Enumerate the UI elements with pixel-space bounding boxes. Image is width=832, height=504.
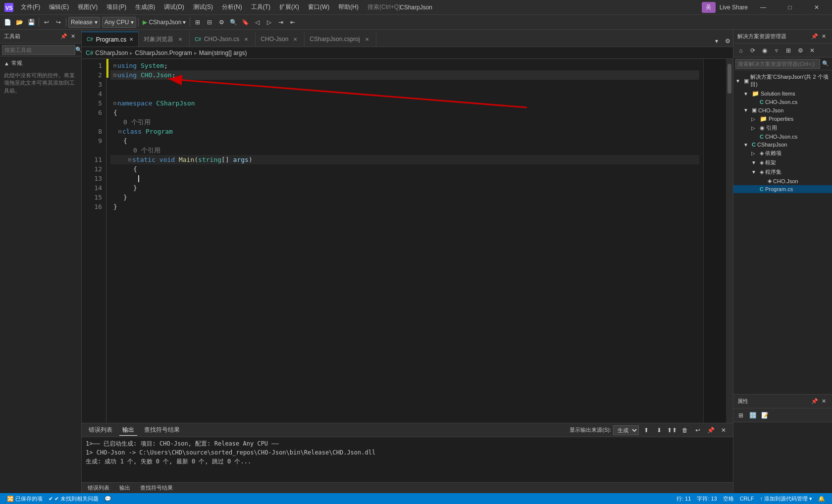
sol-btn-home[interactable]: ⌂ — [735, 45, 746, 56]
toolbox-section-header[interactable]: ▲ 常规 — [0, 58, 81, 68]
tab-close-cho-cs[interactable]: ✕ — [242, 35, 250, 43]
status-col[interactable]: 字符: 13 — [694, 495, 720, 503]
toolbox-search-icon[interactable]: 🔍 — [75, 46, 82, 54]
tab-csproj[interactable]: CSharpJson.csproj ✕ — [305, 32, 376, 47]
redo-btn[interactable]: ↪ — [53, 17, 64, 28]
tree-properties[interactable]: ▷ 📁 Properties — [733, 114, 832, 123]
search-menu[interactable]: 搜索(Ctrl+Q) — [364, 2, 405, 12]
open-btn[interactable]: 📂 — [14, 17, 25, 28]
error-tab-output[interactable]: 输出 — [117, 483, 132, 493]
sol-btn-view[interactable]: ◉ — [759, 45, 770, 56]
tree-cho-json-asm[interactable]: ▷ ◈ CHO.Json — [733, 177, 832, 185]
solution-pin-btn[interactable]: 📌 — [810, 32, 819, 41]
close-btn[interactable]: ✕ — [805, 0, 828, 15]
tab-close-csproj[interactable]: ✕ — [363, 35, 371, 43]
tab-close-cho-json[interactable]: ✕ — [291, 35, 299, 43]
toolbar-icon-outdent[interactable]: ⇤ — [287, 17, 298, 28]
output-close-btn[interactable]: ✕ — [718, 425, 729, 436]
new-project-btn[interactable]: 📄 — [2, 17, 13, 28]
tab-dropdown-btn[interactable]: ▾ — [711, 36, 722, 47]
maximize-btn[interactable]: □ — [779, 0, 801, 15]
menu-help[interactable]: 帮助(H) — [334, 2, 363, 12]
run-button[interactable]: ▶ CSharpJson ▾ — [141, 17, 188, 28]
sol-btn-collapseall[interactable]: ⊞ — [783, 45, 794, 56]
tree-program-cs[interactable]: ▷ C Program.cs — [733, 185, 832, 193]
output-tab-find[interactable]: 查找符号结果 — [141, 425, 183, 435]
save-all-btn[interactable]: 💾 — [26, 17, 37, 28]
toolbox-close-btn[interactable]: ✕ — [68, 32, 77, 41]
tree-cho-json-proj[interactable]: ▼ ▣ CHO-Json — [733, 106, 832, 114]
status-line[interactable]: 行: 11 — [674, 495, 694, 503]
toolbar-icon-6[interactable]: ◁ — [252, 17, 262, 28]
collapse-1[interactable]: ⊟ — [113, 61, 116, 70]
props-category-btn[interactable]: ⊞ — [735, 410, 746, 421]
tab-close-obj[interactable]: ✕ — [176, 35, 184, 43]
breadcrumb-file[interactable]: CSharpJson — [95, 50, 128, 56]
tree-solution[interactable]: ▼ ▣ 解决方案'CSharpJson'(共 2 个项目) — [733, 72, 832, 89]
build-config-dropdown[interactable]: Release ▾ — [68, 17, 100, 28]
menu-view[interactable]: 视图(V) — [74, 2, 102, 12]
menu-build[interactable]: 生成(B) — [131, 2, 159, 12]
menu-extensions[interactable]: 扩展(X) — [275, 2, 303, 12]
collapse-5[interactable]: ⊟ — [113, 99, 116, 108]
props-alpha-btn[interactable]: 🔠 — [747, 410, 758, 421]
props-close-btn[interactable]: ✕ — [819, 397, 828, 406]
live-share-btn[interactable]: Live Share — [720, 4, 748, 11]
menu-file[interactable]: 文件(F) — [17, 2, 44, 12]
toolbox-search-input[interactable] — [2, 45, 75, 55]
sol-btn-add[interactable]: ✕ — [807, 45, 818, 56]
collapse-11[interactable]: ⊟ — [128, 155, 131, 164]
platform-dropdown[interactable]: Any CPU ▾ — [102, 17, 136, 28]
minimize-btn[interactable]: — — [752, 0, 775, 15]
tree-framework[interactable]: ▼ ◈ 框架 — [733, 158, 832, 167]
output-source-select[interactable]: 生成 — [613, 425, 639, 435]
status-encoding[interactable]: CRLF — [737, 495, 757, 503]
menu-edit[interactable]: 编辑(E) — [45, 2, 73, 12]
sol-btn-sync[interactable]: ⟳ — [747, 45, 758, 56]
toolbar-icon-3[interactable]: ⚙ — [216, 17, 227, 28]
tree-dependencies[interactable]: ▷ ◈ 依赖项 — [733, 149, 832, 158]
menu-window[interactable]: 窗口(W) — [304, 2, 333, 12]
output-tab-errors[interactable]: 错误列表 — [86, 425, 115, 435]
tab-settings-btn[interactable]: ⚙ — [722, 36, 733, 47]
solution-search-icon[interactable]: 🔍 — [821, 59, 830, 68]
tab-object-browser[interactable]: 对象浏览器 ✕ — [139, 32, 190, 47]
tree-solution-items[interactable]: ▼ 📁 Solution Items — [733, 89, 832, 98]
undo-btn[interactable]: ↩ — [41, 17, 52, 28]
toolbar-icon-1[interactable]: ⊞ — [192, 17, 203, 28]
error-tab-find[interactable]: 查找符号结果 — [138, 483, 175, 493]
toolbox-pin-btn[interactable]: 📌 — [59, 32, 68, 41]
error-tab-errors[interactable]: 错误列表 — [86, 483, 111, 493]
status-spaces[interactable]: 空格 — [720, 495, 737, 503]
status-git[interactable]: 🔀 已保存的项 — [4, 495, 46, 503]
menu-tools[interactable]: 工具(T) — [247, 2, 274, 12]
status-problems[interactable]: ✔ ✔ 未找到相关问题 — [46, 495, 102, 503]
output-btn-wrap[interactable]: ↩ — [692, 425, 703, 436]
breadcrumb-namespace[interactable]: CSharpJson.Program — [135, 50, 192, 56]
menu-test[interactable]: 测试(S) — [189, 2, 217, 12]
output-btn-clear[interactable]: 🗑 — [679, 425, 690, 436]
sol-btn-filter[interactable]: ▿ — [771, 45, 782, 56]
collapse-8[interactable]: ⊟ — [118, 127, 121, 136]
tab-cho-json-cs[interactable]: C# CHO-Json.cs ✕ — [190, 32, 256, 47]
toolbar-icon-7[interactable]: ▷ — [263, 17, 274, 28]
output-btn-2[interactable]: ⬇ — [654, 425, 665, 436]
menu-project[interactable]: 项目(P) — [103, 2, 130, 12]
tree-cshardjson-proj[interactable]: ▼ C CSharpJson — [733, 141, 832, 149]
tree-refs[interactable]: ▷ ◉ 引用 — [733, 123, 832, 133]
props-pin-btn[interactable]: 📌 — [810, 397, 819, 406]
editor-scrollbar[interactable] — [726, 59, 733, 423]
tab-program-cs[interactable]: C# Program.cs ✕ — [82, 32, 139, 47]
menu-analyze[interactable]: 分析(N) — [218, 2, 246, 12]
status-add-source[interactable]: ↑ 添加到源代码管理 ▾ — [757, 495, 815, 503]
output-tab-output[interactable]: 输出 — [119, 425, 137, 436]
toolbar-icon-5[interactable]: 🔖 — [240, 17, 251, 28]
menu-debug[interactable]: 调试(D) — [160, 2, 188, 12]
code-editor[interactable]: ⊟ using System; ⊟ using CHO.Json; ⊟ name… — [106, 59, 703, 423]
output-btn-1[interactable]: ⬆ — [641, 425, 652, 436]
toolbar-icon-4[interactable]: 🔍 — [228, 17, 239, 28]
toolbar-icon-2[interactable]: ⊟ — [204, 17, 215, 28]
output-pin-btn[interactable]: 📌 — [705, 425, 716, 436]
solution-close-btn[interactable]: ✕ — [819, 32, 828, 41]
toolbar-icon-indent[interactable]: ⇥ — [275, 17, 286, 28]
